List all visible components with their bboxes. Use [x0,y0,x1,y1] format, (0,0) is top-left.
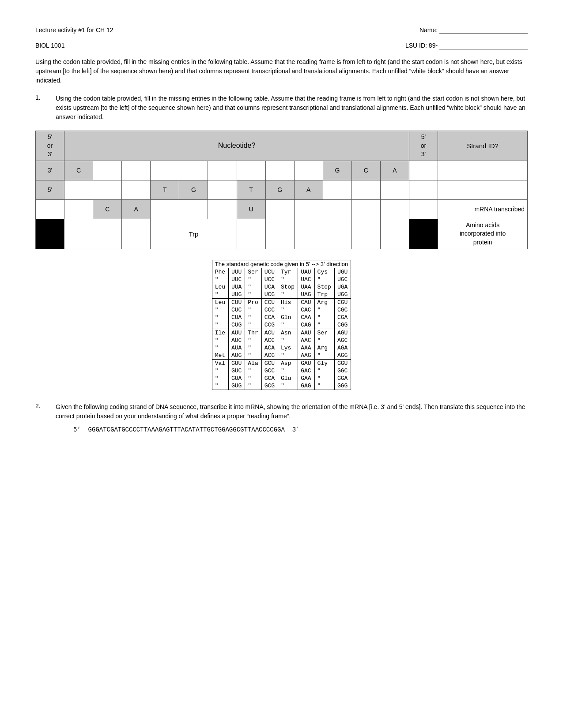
gc-cell: " [245,352,261,360]
row1-label: 3' [36,161,64,180]
r2-c8: G [265,180,294,199]
gc-row-12: MetAUG "ACG "AAG "AGG [212,352,351,360]
r4-amino-label: Amino acidsincorporated intoprotein [438,219,528,249]
gc-cell: " [245,337,261,344]
gc-row-7: "CUA "CCA GlnCAA "CGA [212,314,351,321]
gc-cell: " [245,321,261,329]
gc-cell: CGU [334,298,351,306]
gc-cell: CAG [298,321,314,329]
r3-right-end[interactable] [409,199,438,219]
gc-cell: " [212,337,228,344]
gc-cell: " [212,382,228,390]
r2-c5: G [179,180,208,199]
r3-c5[interactable] [179,199,208,219]
gc-cell: UGA [334,283,351,291]
gc-cell: " [314,367,334,375]
gc-cell: " [314,382,334,390]
r1-right-end[interactable] [409,161,438,180]
r3-c8[interactable] [265,199,294,219]
name-field: Name: [419,26,528,34]
r2-c3[interactable] [122,180,151,199]
r2-right-end[interactable] [409,180,438,199]
r3-c6[interactable] [208,199,237,219]
r2-strand-id[interactable] [438,180,528,199]
gc-cell: Stop [314,283,334,291]
gc-cell: " [314,276,334,283]
gc-cell: " [212,321,228,329]
r2-c2[interactable] [93,180,122,199]
r3-c11[interactable] [351,199,380,219]
r4-c10[interactable] [323,219,351,249]
gc-cell: AAC [298,337,314,344]
name-underline[interactable] [439,26,528,34]
gc-cell: UUC [229,276,245,283]
r4-c12[interactable] [380,219,409,249]
gc-cell: UAC [298,276,314,283]
r2-c12[interactable] [380,180,409,199]
r3-c3: A [122,199,151,219]
r1-c7[interactable] [237,161,265,180]
gc-cell: ACU [261,329,278,337]
gc-cell: AUC [229,337,245,344]
r3-c4[interactable] [151,199,179,219]
gc-row-13: ValGUU AlaGCU AspGAU GlyGGU [212,359,351,367]
lsu-underline[interactable] [439,42,528,49]
r1-c5[interactable] [179,161,208,180]
r2-c1[interactable] [64,180,93,199]
nucleotide-table: 5'or3' Nucleotide? 5'or3' Strand ID? 3' … [35,131,528,249]
r1-c6[interactable] [208,161,237,180]
gc-cell: GCC [261,367,278,375]
gc-cell: " [245,314,261,321]
gc-cell: GAG [298,382,314,390]
r2-c7: T [237,180,265,199]
r4-c1[interactable] [64,219,93,249]
r2-c11[interactable] [351,180,380,199]
r3-c10[interactable] [323,199,351,219]
gc-row-10: "AUC "ACC "AAC "AGC [212,337,351,344]
gc-row-2: "UUC "UCC "UAC "UGC [212,276,351,283]
gc-cell: AGC [334,337,351,344]
r2-c9: A [294,180,323,199]
r4-c11[interactable] [351,219,380,249]
gc-cell: " [212,314,228,321]
r1-c3[interactable] [122,161,151,180]
gc-cell: GAA [298,375,314,382]
r4-c7[interactable] [237,219,265,249]
r1-c8[interactable] [265,161,294,180]
r4-c9[interactable] [294,219,323,249]
gc-cell: Glu [278,375,298,382]
gc-cell: ACA [261,344,278,352]
gc-cell: GGC [334,367,351,375]
row3-label[interactable] [36,199,64,219]
r1-c10: G [323,161,351,180]
r4-c2[interactable] [93,219,122,249]
gc-cell: " [278,291,298,299]
gc-cell: CUA [229,314,245,321]
table-row-3prime: 3' C G C A [36,161,528,180]
gc-cell: GAC [298,367,314,375]
gc-cell: CAC [298,306,314,314]
r3-c9[interactable] [294,199,323,219]
gc-cell: Ala [245,359,261,367]
r4-c8[interactable] [265,219,294,249]
gc-cell: UUG [229,291,245,299]
gc-cell: Leu [212,298,228,306]
r4-c3[interactable] [122,219,151,249]
gc-cell: CCU [261,298,278,306]
gc-cell: " [278,352,298,360]
r3-c1[interactable] [64,199,93,219]
genetic-code-table: The standard genetic code given in 5' --… [212,260,351,390]
gc-cell: Gly [314,359,334,367]
gc-cell: " [212,306,228,314]
gc-row-11: "AUA "ACA LysAAA ArgAGA [212,344,351,352]
question-1: 1. Using the codon table provided, fill … [35,94,528,122]
gc-cell: UCA [261,283,278,291]
gc-cell: UAG [298,291,314,299]
r1-c2[interactable] [93,161,122,180]
r1-c9[interactable] [294,161,323,180]
r3-c12[interactable] [380,199,409,219]
r2-c6[interactable] [208,180,237,199]
r1-strand-id[interactable] [438,161,528,180]
r2-c10[interactable] [323,180,351,199]
r1-c4[interactable] [151,161,179,180]
